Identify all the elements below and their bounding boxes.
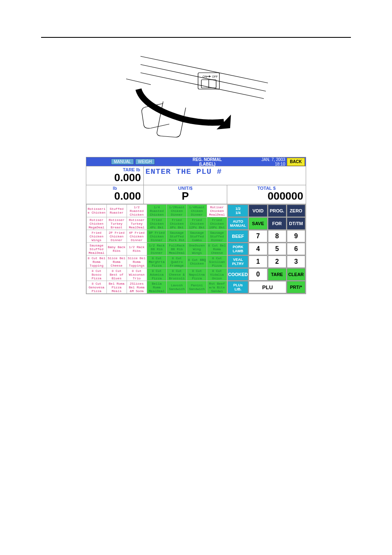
plu-cell[interactable]: Sausage Stuffed MealDeal	[87, 243, 106, 255]
key-auto-manual[interactable]: AUTOMANUAL	[228, 217, 248, 230]
key-8[interactable]: 8	[268, 230, 286, 242]
plu-cell[interactable]: 8 Cut Best of Blues	[107, 268, 127, 281]
key-save[interactable]: SAVE	[249, 217, 267, 230]
total-box: TOTAL $ 000000	[227, 185, 306, 204]
plu-cell[interactable]: Bel Roma Pizza Meals	[107, 281, 127, 293]
tare-value: 0.000	[86, 172, 143, 183]
svg-text:ON: ON	[203, 75, 207, 78]
plu-cell[interactable]: Panini Sandwich	[187, 281, 207, 293]
key-veal-pltry[interactable]: VEALPLTRY	[228, 256, 248, 268]
plu-prompt: ENTER THE PLU #	[145, 167, 222, 176]
key-half-quarter[interactable]: 1/21/4	[228, 205, 248, 217]
plu-cell[interactable]: Fried Chicken 8Pc Bkt	[167, 217, 187, 230]
plu-cell[interactable]: Slice Bel Roma Toppings	[127, 256, 147, 268]
key-4[interactable]: 4	[249, 243, 267, 255]
plu-cell[interactable]: 8 Cut Quatro Fromage	[167, 256, 187, 268]
plu-grid: Rotisseri e ChickenStuffed Roaster1/2 Ro…	[86, 204, 227, 294]
plu-cell[interactable]: Fried Chicken 4Pc Bkt	[147, 217, 167, 230]
plu-cell[interactable]: Rotiser Chicken MealDeal	[207, 205, 227, 217]
total-value: 000000	[227, 191, 306, 201]
manual-button[interactable]: MANUAL	[111, 159, 134, 165]
key-plu[interactable]: PLU	[249, 281, 286, 293]
key-7[interactable]: 7	[249, 230, 267, 242]
terminal-screen: MANUAL WEIGH REG. NORMAL(LABEL) JAN. 7, …	[86, 157, 306, 294]
plu-cell[interactable]: 8 Cut Vidalia Onion	[207, 268, 227, 281]
plu-cell[interactable]: 8 Cut Sicilian Pizza	[207, 256, 227, 268]
key-beef[interactable]: BEEF	[228, 230, 248, 242]
plu-cell[interactable]: Rst Beef w/a Bite Sandwi	[207, 281, 227, 293]
back-button[interactable]: BACK	[287, 158, 305, 166]
key-6[interactable]: 6	[287, 243, 305, 255]
plu-cell[interactable]: 1/4Roast Chiken Dinner	[187, 205, 207, 217]
datetime-display: JAN. 7, 200318:10	[260, 157, 287, 166]
key-tare[interactable]: TARE	[268, 268, 286, 281]
key-zero[interactable]: ZERO	[287, 205, 305, 217]
keypad: 1/21/4 VOID PROG. ZERO AUTOMANUAL SAVE F…	[227, 204, 306, 294]
unit-price-box: UNIT/$ P	[144, 185, 227, 204]
plu-cell[interactable]: 1/2 Rack BB Rib Dinner	[147, 243, 167, 255]
key-0[interactable]: 0	[249, 268, 267, 281]
key-for[interactable]: FOR	[268, 217, 286, 230]
plu-cell[interactable]: Fried Chicken Wings	[87, 230, 106, 242]
plu-cell[interactable]: 8 Cut BBQ Chicken	[187, 256, 207, 268]
plu-cell[interactable]: Sausage Stuffed Combo	[187, 230, 207, 242]
plu-cell[interactable]: Slice Bel Roma Cheese	[107, 256, 127, 268]
plu-cell[interactable]: Sausage Stuffed Pork Rst	[167, 230, 187, 242]
plu-cell[interactable]: 2P Fried Chicken Dinner	[107, 230, 127, 242]
top-bar: MANUAL WEIGH REG. NORMAL(LABEL) JAN. 7, …	[86, 157, 306, 166]
key-prog[interactable]: PROG.	[268, 205, 286, 217]
weight-value: 0.000	[86, 191, 143, 201]
plu-cell[interactable]: Sausage Stuffed Dinner	[207, 230, 227, 242]
plu-cell[interactable]: 8 Cut Bel Roma Cheese	[207, 243, 227, 255]
plu-cell[interactable]: Rotisser Turkey MealDeal	[127, 217, 147, 230]
plu-cell[interactable]: 1/2 Rack Ribs	[127, 243, 147, 255]
plu-cell[interactable]: 1/2 Roasted Chicken	[127, 205, 147, 217]
plu-cell[interactable]: 8P Fried Chicken Dinner	[147, 230, 167, 242]
plu-cell[interactable]: OneDozen Wing Wings	[187, 243, 207, 255]
plu-cell[interactable]: 1/4 Roasted Chicken	[147, 205, 167, 217]
plu-cell[interactable]: Fried Chicken 16Pc Bkt	[207, 217, 227, 230]
key-2[interactable]: 2	[268, 256, 286, 268]
plu-cell[interactable]: Rotiser Chicken MegaDeal	[87, 217, 106, 230]
plu-cell[interactable]: Rotisser Turkey Breast	[107, 217, 127, 230]
weigh-button[interactable]: WEIGH	[135, 159, 155, 165]
plu-cell[interactable]: 2Slices Bel Roma &M Soda	[127, 281, 147, 293]
plu-cell[interactable]: 8 Cut Adomica Pizza	[147, 268, 167, 281]
key-void[interactable]: VOID	[249, 205, 267, 217]
plu-cell[interactable]: Bella Roma MealDeal	[147, 281, 167, 293]
plu-cell[interactable]: 8 Cut Marghrta Pizza	[147, 256, 167, 268]
plu-cell[interactable]: 4P Fried Chicken Dinner	[127, 230, 147, 242]
key-dttm[interactable]: DT/TM	[287, 217, 305, 230]
power-switch-illustration: ON OFF	[122, 50, 270, 140]
unit-value: P	[144, 191, 227, 201]
plu-cell[interactable]: Fried Chicken 12Pc Bkt	[187, 217, 207, 230]
key-cooked[interactable]: COOKED	[228, 268, 248, 281]
plu-cell[interactable]: 1/2Roast Chiken Dinner	[167, 205, 187, 217]
plu-cell[interactable]: 8 Cut Bel Roma Topping	[87, 256, 106, 268]
weight-box: lb 0.000	[86, 185, 144, 204]
mode-title: REG. NORMAL(LABEL)	[155, 157, 260, 166]
plu-cell[interactable]: Baby Back Ribs	[107, 243, 127, 255]
key-3[interactable]: 3	[287, 256, 305, 268]
key-5[interactable]: 5	[268, 243, 286, 255]
key-9[interactable]: 9	[287, 230, 305, 242]
svg-text:OFF: OFF	[212, 75, 218, 78]
plu-cell[interactable]: 8 Cut Cheese & Broccoli	[167, 268, 187, 281]
plu-cell[interactable]: Rotisseri e Chicken	[87, 205, 106, 217]
key-clear[interactable]: CLEAR	[287, 268, 305, 281]
plu-prompt-box: ENTER THE PLU #	[144, 166, 306, 185]
plu-cell[interactable]: Lavosh Sandwich	[167, 281, 187, 293]
tare-box: TARE lb 0.000	[86, 166, 144, 185]
plu-cell[interactable]: Stuffed Roaster	[107, 205, 127, 217]
key-prt[interactable]: PRT/*	[287, 281, 305, 293]
plu-cell[interactable]: FullRack BB Rib MealDeal	[167, 243, 187, 255]
key-pork-lamb[interactable]: PORKLAMB	[228, 243, 248, 255]
header-divider	[41, 37, 351, 38]
plu-cell[interactable]: 8 Cut Genovesa Pizza	[87, 281, 106, 293]
plu-cell[interactable]: 8 Cut Bosco Pizza	[87, 268, 106, 281]
plu-cell[interactable]: 8 Cut Wisconsn Trio	[127, 268, 147, 281]
key-plus-lib[interactable]: PLUsLIB.	[228, 281, 248, 293]
key-1[interactable]: 1	[249, 256, 267, 268]
plu-cell[interactable]: 8 Cut Napoltna Pizza	[187, 268, 207, 281]
